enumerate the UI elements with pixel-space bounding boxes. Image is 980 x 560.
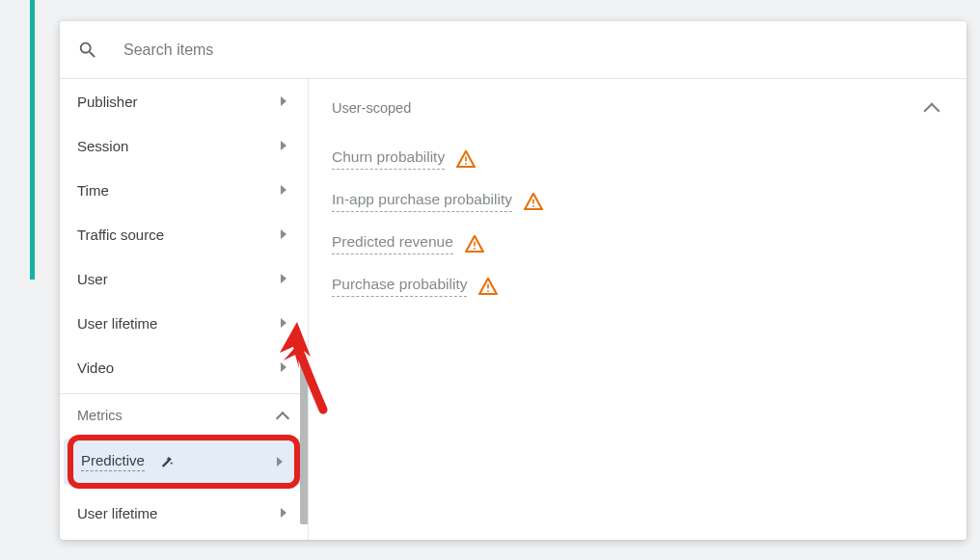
svg-rect-7 — [488, 290, 490, 292]
sidebar-item-video[interactable]: Video — [60, 345, 308, 389]
chevron-right-icon — [281, 508, 286, 518]
magic-wand-icon — [156, 452, 176, 471]
warning-icon — [465, 235, 484, 253]
svg-rect-0 — [465, 157, 467, 162]
chevron-right-icon — [281, 318, 286, 328]
sidebar: Publisher Session Time Traffic source Us… — [60, 79, 309, 540]
chevron-up-icon — [924, 101, 938, 115]
metrics-section-header[interactable]: Metrics — [60, 394, 308, 437]
sidebar-item-predictive[interactable]: Predictive — [64, 439, 304, 485]
svg-rect-2 — [532, 200, 534, 204]
sidebar-item-user-lifetime[interactable]: User lifetime — [60, 301, 308, 345]
svg-rect-5 — [474, 248, 476, 250]
metric-churn-probability[interactable]: Churn probability — [332, 148, 943, 170]
sidebar-item-traffic-source[interactable]: Traffic source — [60, 212, 308, 256]
chevron-right-icon — [281, 141, 286, 150]
sidebar-item-label: Predictive — [81, 452, 145, 471]
metric-predicted-revenue[interactable]: Predicted revenue — [332, 233, 943, 254]
sidebar-item-label: User lifetime — [77, 315, 157, 332]
accent-bar — [30, 0, 35, 280]
sidebar-item-label: Publisher — [77, 93, 138, 110]
items-picker-panel: Publisher Session Time Traffic source Us… — [60, 21, 966, 540]
sidebar-item-session[interactable]: Session — [60, 123, 308, 168]
chevron-up-icon — [277, 411, 286, 420]
metric-label: Purchase probability — [332, 276, 467, 297]
sidebar-item-label: Time — [77, 182, 109, 199]
sidebar-item-user-lifetime-metric[interactable]: User lifetime — [60, 491, 308, 535]
metric-label: Churn probability — [332, 148, 445, 170]
warning-icon — [456, 150, 476, 168]
search-icon — [77, 40, 98, 61]
section-label: Metrics — [77, 408, 122, 423]
scope-header[interactable]: User-scoped — [309, 79, 966, 129]
sidebar-item-label: User — [77, 271, 108, 287]
sidebar-item-label: Video — [77, 360, 114, 376]
chevron-right-icon — [281, 229, 286, 239]
sidebar-item-label: Session — [77, 138, 128, 154]
chevron-right-icon — [281, 185, 286, 195]
sidebar-item-time[interactable]: Time — [60, 168, 308, 212]
content-pane: User-scoped Churn probability In-app pur… — [309, 79, 966, 540]
chevron-right-icon — [281, 362, 286, 372]
warning-icon — [478, 278, 498, 295]
search-input[interactable] — [123, 41, 413, 59]
chevron-right-icon — [277, 457, 283, 467]
svg-rect-1 — [465, 163, 467, 165]
metric-list: Churn probability In-app purchase probab… — [309, 129, 966, 324]
search-bar — [60, 21, 966, 79]
sidebar-item-label: Traffic source — [77, 227, 164, 243]
svg-rect-4 — [474, 242, 476, 247]
svg-rect-3 — [532, 205, 534, 207]
chevron-right-icon — [281, 274, 286, 283]
scrollbar-thumb[interactable] — [300, 360, 309, 524]
metric-in-app-purchase-probability[interactable]: In-app purchase probability — [332, 191, 943, 212]
svg-rect-6 — [488, 284, 490, 289]
warning-icon — [524, 193, 543, 210]
sidebar-item-label: User lifetime — [77, 505, 157, 521]
panel-body: Publisher Session Time Traffic source Us… — [60, 79, 966, 540]
sidebar-item-user[interactable]: User — [60, 256, 308, 301]
scope-label: User-scoped — [332, 100, 411, 116]
metric-label: Predicted revenue — [332, 233, 453, 254]
metric-purchase-probability[interactable]: Purchase probability — [332, 276, 943, 297]
metric-label: In-app purchase probability — [332, 191, 512, 212]
sidebar-item-publisher[interactable]: Publisher — [60, 79, 308, 123]
chevron-right-icon — [281, 96, 286, 106]
